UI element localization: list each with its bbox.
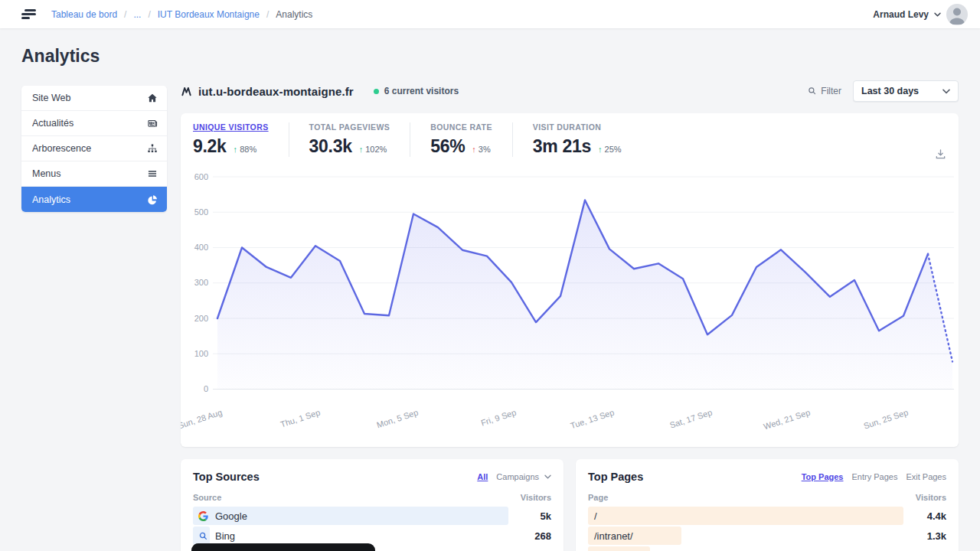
stat-delta: ↑ 102% [359,145,387,154]
x-axis-tick: Sun, 28 Aug [181,407,224,430]
stat-unique-visitors[interactable]: UNIQUE VISITORS 9.2k ↑ 88% [193,122,289,157]
sidebar-item-label: Actualités [32,118,147,129]
download-icon[interactable] [935,148,946,160]
x-axis-tick: Fri, 9 Sep [480,407,518,427]
breadcrumb-separator: / [148,9,150,20]
x-axis-tick: Thu, 1 Sep [279,407,322,429]
x-axis-tick: Tue, 13 Sep [569,407,615,430]
menu-lines-icon [147,168,158,179]
breadcrumb-separator: / [266,9,269,20]
column-visitors: Visitors [521,493,551,502]
breadcrumb-ellipsis[interactable]: ... [133,9,141,20]
stat-value: 56% [430,136,465,157]
stat-label: BOUNCE RATE [430,122,492,132]
row-visitors-value: 1.3k [927,530,946,542]
sidebar-item-label: Site Web [32,93,147,103]
chevron-down-icon[interactable] [544,474,551,479]
top-bar: Tableau de bord / ... / IUT Bordeaux Mon… [0,0,980,28]
menu-toggle-icon[interactable] [21,9,36,19]
current-visitors-label: 6 current visitors [384,86,459,96]
y-axis-tick: 500 [194,207,208,217]
breadcrumb-current: Analytics [276,9,312,20]
page-row[interactable]: /formation/scolarite/866 [588,546,946,551]
user-name: Arnaud Levy [873,9,929,20]
column-page: Page [588,493,608,502]
sidebar-item-actualites[interactable]: Actualités [21,111,167,136]
sidebar-item-site-web[interactable]: Site Web [21,86,167,111]
breadcrumb-site[interactable]: IUT Bordeaux Montaigne [158,9,260,20]
chevron-down-icon [942,89,950,94]
x-axis-tick: Sat, 17 Sep [668,407,713,429]
sources-column-headers: Source Visitors [193,493,551,502]
x-axis-tick: Sun, 25 Sep [862,407,909,430]
top-sources-panel: Top Sources All Campaigns Source Visitor… [181,459,564,551]
user-menu[interactable]: Arnaud Levy [873,4,968,25]
sidebar-item-arborescence[interactable]: Arborescence [21,136,167,161]
stat-delta: ↑ 3% [472,145,490,154]
tab-entry-pages[interactable]: Entry Pages [851,472,897,481]
x-axis-tick: Wed, 21 Sep [763,407,812,431]
column-visitors: Visitors [916,493,946,502]
sidebar: Site Web Actualités Arborescence Menus A… [21,86,167,212]
filter-button[interactable]: Filter [808,86,841,96]
date-range-select[interactable]: Last 30 days [853,80,959,102]
tab-all-sources[interactable]: All [477,472,488,481]
avatar[interactable] [946,4,968,25]
row-bar [588,507,903,525]
pages-column-headers: Page Visitors [588,493,946,502]
row-label: Google [215,510,247,522]
arrow-up-icon: ↑ [472,145,476,154]
stat-delta: ↑ 25% [598,145,622,154]
stat-bounce-rate[interactable]: BOUNCE RATE 56% ↑ 3% [410,122,512,157]
sidebar-item-label: Menus [32,168,147,179]
stat-value: 9.2k [193,136,227,157]
notification-toast [191,543,375,551]
source-row[interactable]: Bing268 [193,527,551,545]
stat-total-pageviews[interactable]: TOTAL PAGEVIEWS 30.3k ↑ 102% [289,122,410,157]
top-pages-panel: Top Pages Top Pages Entry Pages Exit Pag… [576,459,959,551]
newspaper-icon [147,118,158,129]
breadcrumb: Tableau de bord / ... / IUT Bordeaux Mon… [51,9,312,20]
stat-value: 3m 21s [533,136,591,157]
stat-delta: ↑ 88% [234,145,257,154]
y-axis-tick: 300 [194,278,208,287]
home-icon [147,93,158,103]
top-pages-title: Top Pages [588,471,643,483]
bing-icon [198,531,208,541]
sidebar-item-analytics[interactable]: Analytics [21,187,167,212]
tab-campaigns[interactable]: Campaigns [496,472,539,481]
tab-top-pages[interactable]: Top Pages [802,472,844,481]
stat-visit-duration[interactable]: VISIT DURATION 3m 21s ↑ 25% [512,122,642,157]
breadcrumb-dashboard[interactable]: Tableau de bord [51,9,117,20]
chart-area [217,201,952,390]
stat-label: VISIT DURATION [533,122,622,132]
stat-value: 30.3k [309,136,352,157]
site-favicon-icon [181,86,192,97]
sidebar-item-label: Analytics [32,194,147,205]
chevron-down-icon [934,12,941,17]
y-axis-tick: 200 [194,314,208,323]
search-icon [808,86,817,96]
current-visitors[interactable]: 6 current visitors [374,86,459,96]
pie-chart-icon [147,194,158,205]
analytics-chart-card: UNIQUE VISITORS 9.2k ↑ 88% TOTAL PAGEVIE… [181,113,959,447]
visitors-chart[interactable]: 0100200300400500600Sun, 28 AugThu, 1 Sep… [181,113,959,447]
y-axis-tick: 600 [194,172,208,181]
sidebar-item-menus[interactable]: Menus [21,161,167,187]
google-icon [198,511,208,521]
page-row[interactable]: /intranet/1.3k [588,527,946,545]
sitemap-icon [147,143,158,154]
filter-label: Filter [821,86,841,96]
row-label: Bing [215,530,235,542]
source-row[interactable]: Google5k [193,507,551,525]
stat-label: TOTAL PAGEVIEWS [309,122,390,132]
page-row[interactable]: /4.4k [588,507,946,525]
row-label: /intranet/ [594,530,633,542]
row-visitors-value: 5k [541,510,551,522]
y-axis-tick: 0 [204,384,208,393]
column-source: Source [193,493,221,502]
arrow-up-icon: ↑ [598,145,603,154]
row-label: / [594,510,597,522]
breadcrumb-separator: / [124,9,126,20]
tab-exit-pages[interactable]: Exit Pages [906,472,946,481]
